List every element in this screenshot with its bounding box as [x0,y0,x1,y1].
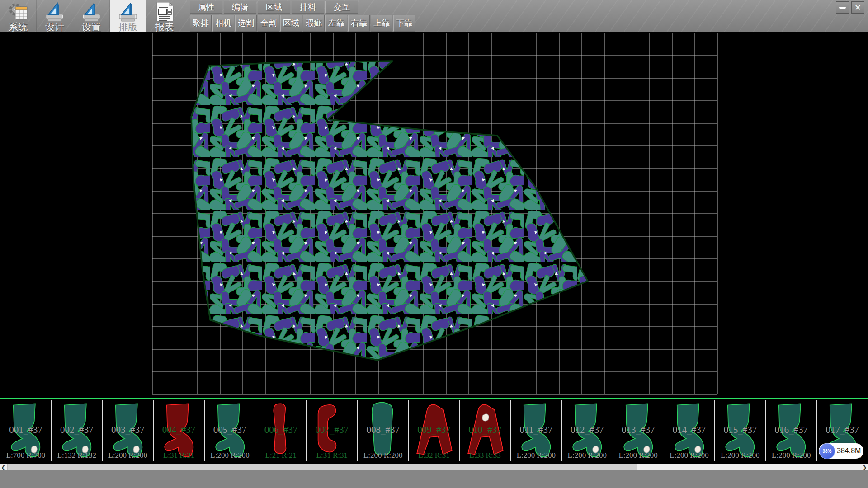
part-id-label: 017_#37 [817,424,868,436]
leather-hide [191,61,588,360]
part-thumbnail-014_#37[interactable]: 014_#37L:200 R:200 [664,400,715,461]
tool-button-9[interactable]: 上靠 [371,15,392,32]
minimize-button[interactable] [836,1,849,14]
launcher-tab-label: 系统 [9,22,28,32]
part-id-label: 001_#37 [0,424,51,436]
menu-button-row1-1[interactable]: 属性 [190,1,222,14]
part-id-label: 011_#37 [511,424,561,436]
menu-row-tools: 聚排相机选割全割区域瑕疵左靠右靠上靠下靠 [190,15,415,32]
part-id-label: 008_#37 [358,424,408,436]
part-counts-label: L:31 R:31 [307,451,357,460]
launcher-tab-label: 报表 [155,22,174,32]
part-thumbnail-016_#37[interactable]: 016_#37L:200 R:200 [766,400,817,461]
launcher-tab-label: 设计 [45,22,64,32]
part-counts-label: L:132 R:132 [52,451,102,460]
status-bar [0,470,868,488]
part-counts-label: L:32 R:31 [409,451,459,460]
part-thumbnail-002_#37[interactable]: 002_#37L:132 R:132 [52,400,103,461]
tool-button-1[interactable]: 聚排 [190,15,212,32]
part-id-label: 002_#37 [52,424,102,436]
design-icon [42,2,67,22]
report-icon-wrap [153,0,176,22]
launcher-tab-4[interactable]: 排版 [110,0,146,32]
launcher-tab-label: 设置 [82,22,101,32]
tool-button-7[interactable]: 左靠 [326,15,347,32]
status-badge: 384.8M 38% [819,443,863,459]
part-counts-label: L:31 R:31 [154,451,204,460]
window-controls: ✕ [836,1,864,14]
part-counts-label: L:200 R:200 [511,451,561,460]
part-id-label: 012_#37 [562,424,613,436]
part-counts-label: L:200 R:200 [613,451,664,460]
progress-percent-badge: 38% [819,443,835,459]
part-counts-label: L:200 R:200 [358,451,408,460]
memory-value: 384.8M [837,443,861,459]
menu-button-row1-2[interactable]: 编辑 [224,1,256,14]
canvas-svg [0,32,868,398]
menu-button-row1-5[interactable]: 交互 [326,1,358,14]
part-id-label: 006_#37 [255,424,306,436]
part-thumbnail-001_#37[interactable]: 001_#37L:700 R:700 [0,400,52,461]
launcher-tab-5[interactable]: 报表 [146,0,183,32]
part-counts-label: L:700 R:700 [0,451,51,460]
parts-strip-cells: 001_#37L:700 R:700 002_#37L:132 R:132 00… [0,400,868,461]
tool-button-3[interactable]: 选割 [235,15,257,32]
tool-button-5[interactable]: 区域 [280,15,302,32]
strip-divider [0,398,868,399]
part-thumbnail-003_#37[interactable]: 003_#37L:200 R:200 [103,400,154,461]
header-toolbar: 系统 设计 设置 排版 [0,0,868,32]
tool-button-4[interactable]: 全割 [258,15,279,32]
part-counts-label: L:200 R:200 [664,451,715,460]
menu-row-top: 属性编辑区域排料交互 [190,1,415,14]
part-thumbnail-015_#37[interactable]: 015_#37L:200 R:200 [715,400,766,461]
part-counts-label: L:200 R:200 [205,451,255,460]
design-icon-wrap [42,0,67,22]
part-id-label: 010_#37 [460,424,510,436]
progress-percent-value: 38% [822,449,831,454]
tool-button-2[interactable]: 相机 [212,15,234,32]
part-id-label: 015_#37 [715,424,765,436]
part-id-label: 013_#37 [613,424,664,436]
part-thumbnail-011_#37[interactable]: 011_#37L:200 R:200 [511,400,562,461]
part-id-label: 016_#37 [766,424,816,436]
part-thumbnail-009_#37[interactable]: 009_#37L:32 R:31 [409,400,460,461]
nesting-icon [115,2,141,22]
menu-area: 属性编辑区域排料交互 聚排相机选割全割区域瑕疵左靠右靠上靠下靠 [190,0,415,32]
menu-button-row1-3[interactable]: 区域 [258,1,290,14]
system-icon [6,2,30,22]
close-button[interactable]: ✕ [851,1,864,14]
part-counts-label: L:200 R:200 [103,451,153,460]
part-thumbnail-006_#37[interactable]: 006_#37L:21 R:21 [255,400,307,461]
launcher-tab-3[interactable]: 设置 [73,0,110,32]
launcher-tab-1[interactable]: 系统 [0,0,37,32]
part-thumbnail-010_#37[interactable]: 010_#37L:33 R:33 [460,400,511,461]
system-icon-wrap [6,0,30,22]
tool-button-8[interactable]: 右靠 [348,15,370,32]
part-id-label: 014_#37 [664,424,715,436]
part-counts-label: L:200 R:200 [715,451,765,460]
part-id-label: 004_#37 [154,424,204,436]
part-thumbnail-007_#37[interactable]: 007_#37L:31 R:31 [307,400,358,461]
part-thumbnail-004_#37[interactable]: 004_#37L:31 R:31 [154,400,205,461]
parts-strip: 001_#37L:700 R:700 002_#37L:132 R:132 00… [0,398,868,462]
nesting-icon-wrap [115,0,141,22]
launcher-tab-2[interactable]: 设计 [37,0,73,32]
launcher-tab-label: 排版 [118,22,137,32]
part-thumbnail-005_#37[interactable]: 005_#37L:200 R:200 [205,400,256,461]
tool-button-10[interactable]: 下靠 [393,15,415,32]
settings-icon [79,2,104,22]
tool-button-6[interactable]: 瑕疵 [303,15,325,32]
nesting-canvas[interactable] [0,32,868,398]
app-window: 系统 设计 设置 排版 [0,0,868,488]
part-thumbnail-013_#37[interactable]: 013_#37L:200 R:200 [613,400,664,461]
part-thumbnail-012_#37[interactable]: 012_#37L:200 R:200 [562,400,613,461]
part-id-label: 007_#37 [307,424,357,436]
part-counts-label: L:200 R:200 [562,451,613,460]
menu-button-row1-4[interactable]: 排料 [292,1,324,14]
report-icon [153,1,176,22]
part-counts-label: L:200 R:200 [766,451,816,460]
part-id-label: 009_#37 [409,424,459,436]
part-id-label: 005_#37 [205,424,255,436]
part-id-label: 003_#37 [103,424,153,436]
part-thumbnail-008_#37[interactable]: 008_#37L:200 R:200 [358,400,409,461]
